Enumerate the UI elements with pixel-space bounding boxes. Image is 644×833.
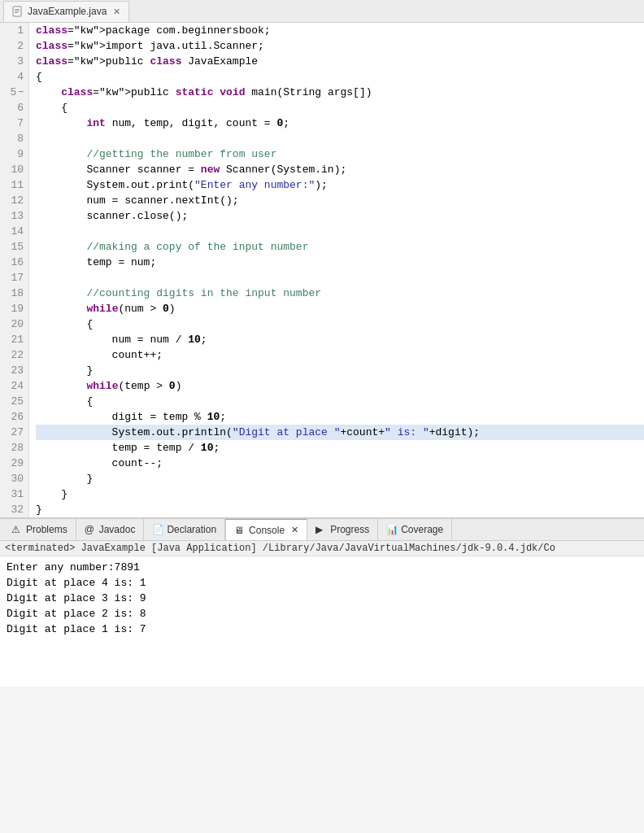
svg-rect-2: [15, 11, 20, 11]
code-line: temp = num;: [36, 255, 644, 270]
console-output-line: Digit at place 3 is: 9: [7, 591, 637, 606]
code-line: num = num / 10;: [36, 332, 644, 347]
line-number: 18: [0, 286, 28, 301]
line-number: 17: [0, 270, 28, 286]
code-line: [36, 224, 644, 239]
line-number: 32: [0, 502, 28, 517]
line-number: 27: [0, 425, 28, 440]
code-line: scanner.close();: [36, 208, 644, 224]
line-number: 26: [0, 409, 28, 425]
bottom-panel-tab-bar: ⚠Problems@Javadoc📄Declaration🖥Console✕▶P…: [0, 518, 644, 541]
code-line: }: [36, 486, 644, 502]
bottom-tab-coverage[interactable]: 📊Coverage: [378, 519, 452, 540]
code-line: count++;: [36, 347, 644, 363]
line-number: 28: [0, 440, 28, 456]
java-file-icon: [12, 6, 24, 17]
code-line: num = scanner.nextInt();: [36, 193, 644, 208]
console-header: <terminated> JavaExample [Java Applicati…: [0, 541, 644, 556]
code-line: }: [36, 363, 644, 378]
progress-tab-icon: ▶: [315, 524, 327, 535]
line-number: 8: [0, 131, 28, 146]
line-number: 24: [0, 378, 28, 394]
line-number: 10: [0, 162, 28, 177]
code-line: int num, temp, digit, count = 0;: [36, 116, 644, 131]
console-output-line: Digit at place 2 is: 8: [7, 606, 637, 621]
code-line: {: [36, 69, 644, 85]
problems-tab-label: Problems: [26, 524, 67, 535]
console-tab-close[interactable]: ✕: [291, 525, 298, 535]
code-line: class="kw">import java.util.Scanner;: [36, 38, 644, 54]
line-number: 25: [0, 394, 28, 409]
line-number: 1: [0, 23, 28, 38]
line-number: 13: [0, 208, 28, 224]
console-tab-icon: 🖥: [234, 525, 246, 536]
line-number: 30: [0, 471, 28, 486]
svg-rect-1: [15, 9, 20, 10]
line-number: 6: [0, 100, 28, 116]
console-output: Enter any number:7891Digit at place 4 is…: [0, 556, 644, 687]
coverage-tab-icon: 📊: [386, 524, 398, 535]
code-line: System.out.println("Digit at place "+cou…: [36, 425, 644, 440]
declaration-tab-label: Declaration: [167, 524, 216, 535]
console-output-line: Digit at place 4 is: 1: [7, 575, 637, 591]
line-number: 29: [0, 456, 28, 471]
line-number: 11: [0, 177, 28, 193]
code-line: class="kw">public static void main(Strin…: [36, 85, 644, 100]
line-number: 23: [0, 363, 28, 378]
code-line: System.out.print("Enter any number:");: [36, 177, 644, 193]
code-line: while(num > 0): [36, 301, 644, 316]
line-number: 3: [0, 54, 28, 69]
line-number: 5−: [0, 85, 28, 100]
code-line: //counting digits in the input number: [36, 286, 644, 301]
file-tab[interactable]: JavaExample.java ✕: [3, 1, 129, 22]
code-line: //making a copy of the input number: [36, 239, 644, 255]
collapse-icon[interactable]: −: [18, 85, 24, 100]
bottom-tab-console[interactable]: 🖥Console✕: [225, 519, 307, 540]
line-number: 21: [0, 332, 28, 347]
line-number: 31: [0, 486, 28, 502]
line-number: 20: [0, 316, 28, 332]
code-line: }: [36, 502, 644, 517]
code-line: digit = temp % 10;: [36, 409, 644, 425]
code-line: {: [36, 100, 644, 116]
code-line: {: [36, 316, 644, 332]
code-line: Scanner scanner = new Scanner(System.in)…: [36, 162, 644, 177]
line-number-gutter: 12345−6789101112131415161718192021222324…: [0, 23, 29, 517]
console-tab-label: Console: [249, 525, 285, 536]
svg-rect-3: [15, 12, 18, 13]
code-line: {: [36, 394, 644, 409]
code-line: class="kw">public class JavaExample: [36, 54, 644, 69]
tab-label: JavaExample.java: [28, 6, 107, 17]
problems-tab-icon: ⚠: [11, 524, 23, 535]
line-number: 14: [0, 224, 28, 239]
line-number: 9: [0, 146, 28, 162]
line-number: 2: [0, 38, 28, 54]
code-line: while(temp > 0): [36, 378, 644, 394]
code-text-area[interactable]: class="kw">package com.beginnersbook;cla…: [29, 23, 644, 517]
bottom-tab-declaration[interactable]: 📄Declaration: [144, 519, 225, 540]
console-output-line: Enter any number:7891: [7, 560, 637, 575]
javadoc-tab-label: Javadoc: [99, 524, 136, 535]
code-line: //getting the number from user: [36, 146, 644, 162]
line-number: 16: [0, 255, 28, 270]
code-line: class="kw">package com.beginnersbook;: [36, 23, 644, 38]
line-number: 4: [0, 69, 28, 85]
line-number: 15: [0, 239, 28, 255]
line-number: 19: [0, 301, 28, 316]
bottom-tab-progress[interactable]: ▶Progress: [307, 519, 378, 540]
tab-close-button[interactable]: ✕: [113, 7, 120, 17]
bottom-tab-problems[interactable]: ⚠Problems: [3, 519, 76, 540]
editor-tab-bar: JavaExample.java ✕: [0, 0, 644, 23]
coverage-tab-label: Coverage: [401, 524, 443, 535]
code-line: temp = temp / 10;: [36, 440, 644, 456]
javadoc-tab-icon: @: [85, 524, 96, 535]
line-number: 12: [0, 193, 28, 208]
code-editor: 12345−6789101112131415161718192021222324…: [0, 23, 644, 518]
code-line: }: [36, 471, 644, 486]
line-number: 22: [0, 347, 28, 363]
console-output-line: Digit at place 1 is: 7: [7, 621, 637, 637]
declaration-tab-icon: 📄: [152, 524, 163, 535]
bottom-tab-javadoc[interactable]: @Javadoc: [76, 519, 145, 540]
progress-tab-label: Progress: [330, 524, 369, 535]
code-line: [36, 131, 644, 146]
